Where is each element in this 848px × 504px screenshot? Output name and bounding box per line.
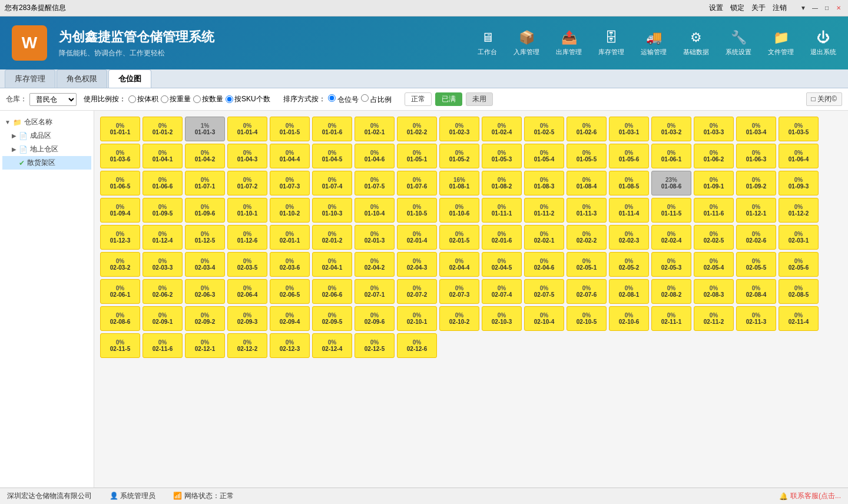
- slot-01-06-4[interactable]: 0%01-06-4: [779, 144, 819, 168]
- logout-action[interactable]: 注销: [773, 3, 787, 13]
- slot-01-11-4[interactable]: 0%01-11-4: [609, 198, 649, 223]
- nav-workbench[interactable]: 🖥 工作台: [478, 30, 497, 57]
- slot-02-07-2[interactable]: 0%02-07-2: [397, 279, 437, 304]
- slot-02-09-1[interactable]: 0%02-09-1: [143, 306, 183, 331]
- slot-01-06-5[interactable]: 0%01-06-5: [100, 171, 140, 195]
- slot-01-11-3[interactable]: 0%01-11-3: [567, 198, 607, 223]
- slot-02-05-2[interactable]: 0%02-05-2: [609, 252, 649, 277]
- slot-02-02-1[interactable]: 0%02-02-1: [524, 225, 564, 250]
- slot-01-12-2[interactable]: 0%01-12-2: [779, 198, 819, 223]
- slot-01-11-2[interactable]: 0%01-11-2: [524, 198, 564, 223]
- slot-01-08-6[interactable]: 23%01-08-6: [651, 171, 691, 195]
- slot-01-05-1[interactable]: 0%01-05-1: [397, 144, 437, 168]
- slot-01-01-5[interactable]: 0%01-01-5: [270, 117, 310, 141]
- slot-02-08-5[interactable]: 0%02-08-5: [779, 279, 819, 304]
- window-minimize-btn[interactable]: —: [810, 4, 820, 13]
- slot-02-02-4[interactable]: 0%02-02-4: [651, 225, 691, 250]
- slot-02-04-4[interactable]: 0%02-04-4: [439, 252, 479, 277]
- window-dropdown-btn[interactable]: ▼: [799, 4, 808, 13]
- slot-01-01-4[interactable]: 0%01-01-4: [227, 117, 267, 141]
- slot-01-05-6[interactable]: 0%01-05-6: [609, 144, 649, 168]
- slot-01-12-1[interactable]: 0%01-12-1: [736, 198, 776, 223]
- slot-02-07-3[interactable]: 0%02-07-3: [439, 279, 479, 304]
- slot-02-11-6[interactable]: 0%02-11-6: [143, 333, 183, 358]
- slot-02-04-2[interactable]: 0%02-04-2: [355, 252, 395, 277]
- ratio-weight[interactable]: 按重量: [161, 94, 191, 104]
- slot-02-09-2[interactable]: 0%02-09-2: [185, 306, 225, 331]
- tree-finished-goods[interactable]: ▶ 📄 成品区: [2, 129, 91, 142]
- slot-02-05-3[interactable]: 0%02-05-3: [651, 252, 691, 277]
- slot-02-04-6[interactable]: 0%02-04-6: [524, 252, 564, 277]
- ratio-sku[interactable]: 按SKU个数: [226, 94, 270, 104]
- slot-01-09-4[interactable]: 0%01-09-4: [100, 198, 140, 223]
- slot-02-01-6[interactable]: 0%02-01-6: [482, 225, 522, 250]
- slot-01-07-1[interactable]: 0%01-07-1: [185, 171, 225, 195]
- slot-01-06-1[interactable]: 0%01-06-1: [651, 144, 691, 168]
- slot-01-08-1[interactable]: 16%01-08-1: [439, 171, 479, 195]
- slot-02-02-6[interactable]: 0%02-02-6: [736, 225, 776, 250]
- slot-01-03-1[interactable]: 0%01-03-1: [609, 117, 649, 141]
- slot-02-01-5[interactable]: 0%02-01-5: [439, 225, 479, 250]
- slot-01-11-1[interactable]: 0%01-11-1: [482, 198, 522, 223]
- slot-02-02-3[interactable]: 0%02-02-3: [609, 225, 649, 250]
- slot-02-11-5[interactable]: 0%02-11-5: [100, 333, 140, 358]
- nav-file-mgmt[interactable]: 📁 文件管理: [768, 30, 794, 57]
- slot-02-06-2[interactable]: 0%02-06-2: [143, 279, 183, 304]
- slot-02-01-3[interactable]: 0%02-01-3: [355, 225, 395, 250]
- support-link[interactable]: 🔔 联系客服(点击...: [779, 491, 841, 501]
- window-close-btn[interactable]: ✕: [834, 4, 843, 13]
- slot-01-10-2[interactable]: 0%01-10-2: [270, 198, 310, 223]
- slot-02-08-3[interactable]: 0%02-08-3: [694, 279, 734, 304]
- slot-02-05-5[interactable]: 0%02-05-5: [736, 252, 776, 277]
- slot-02-10-4[interactable]: 0%02-10-4: [524, 306, 564, 331]
- slot-01-01-6[interactable]: 0%01-01-6: [312, 117, 352, 141]
- slot-02-06-4[interactable]: 0%02-06-4: [227, 279, 267, 304]
- slot-02-11-4[interactable]: 0%02-11-4: [779, 306, 819, 331]
- slot-01-02-4[interactable]: 0%01-02-4: [482, 117, 522, 141]
- slot-02-10-1[interactable]: 0%02-10-1: [397, 306, 437, 331]
- slot-01-12-5[interactable]: 0%01-12-5: [185, 225, 225, 250]
- slot-01-01-2[interactable]: 0%01-01-2: [143, 117, 183, 141]
- settings-action[interactable]: 设置: [709, 3, 723, 13]
- slot-01-09-6[interactable]: 0%01-09-6: [185, 198, 225, 223]
- about-action[interactable]: 关于: [751, 3, 766, 13]
- tree-above-ground[interactable]: ▶ 📄 地上仓区: [2, 142, 91, 156]
- slot-01-03-4[interactable]: 0%01-03-4: [736, 117, 776, 141]
- legend-full[interactable]: 已满: [435, 92, 462, 106]
- slot-02-03-1[interactable]: 0%02-03-1: [779, 225, 819, 250]
- slot-02-07-6[interactable]: 0%02-07-6: [567, 279, 607, 304]
- slot-02-10-6[interactable]: 0%02-10-6: [609, 306, 649, 331]
- slot-02-03-2[interactable]: 0%02-03-2: [100, 252, 140, 277]
- slot-01-02-5[interactable]: 0%01-02-5: [524, 117, 564, 141]
- slot-02-08-2[interactable]: 0%02-08-2: [651, 279, 691, 304]
- slot-01-08-3[interactable]: 0%01-08-3: [524, 171, 564, 195]
- tab-warehouse-map[interactable]: 仓位图: [108, 69, 151, 88]
- slot-01-06-3[interactable]: 0%01-06-3: [736, 144, 776, 168]
- slot-01-03-3[interactable]: 0%01-03-3: [694, 117, 734, 141]
- slot-02-04-1[interactable]: 0%02-04-1: [312, 252, 352, 277]
- slot-02-03-3[interactable]: 0%02-03-3: [143, 252, 183, 277]
- slot-02-12-1[interactable]: 0%02-12-1: [185, 333, 225, 358]
- slot-01-02-1[interactable]: 0%01-02-1: [355, 117, 395, 141]
- slot-01-04-4[interactable]: 0%01-04-4: [270, 144, 310, 168]
- slot-02-01-4[interactable]: 0%02-01-4: [397, 225, 437, 250]
- slot-01-04-2[interactable]: 0%01-04-2: [185, 144, 225, 168]
- slot-01-06-2[interactable]: 0%01-06-2: [694, 144, 734, 168]
- slot-02-05-1[interactable]: 0%02-05-1: [567, 252, 607, 277]
- slot-02-09-5[interactable]: 0%02-09-5: [312, 306, 352, 331]
- slot-02-06-3[interactable]: 0%02-06-3: [185, 279, 225, 304]
- slot-01-12-6[interactable]: 0%01-12-6: [227, 225, 267, 250]
- slot-02-10-5[interactable]: 0%02-10-5: [567, 306, 607, 331]
- slot-01-08-2[interactable]: 0%01-08-2: [482, 171, 522, 195]
- slot-01-05-5[interactable]: 0%01-05-5: [567, 144, 607, 168]
- slot-01-06-6[interactable]: 0%01-06-6: [143, 171, 183, 195]
- slot-01-03-5[interactable]: 0%01-03-5: [779, 117, 819, 141]
- slot-02-10-3[interactable]: 0%02-10-3: [482, 306, 522, 331]
- slot-01-10-4[interactable]: 0%01-10-4: [355, 198, 395, 223]
- slot-01-05-3[interactable]: 0%01-05-3: [482, 144, 522, 168]
- slot-01-07-3[interactable]: 0%01-07-3: [270, 171, 310, 195]
- slot-02-06-6[interactable]: 0%02-06-6: [312, 279, 352, 304]
- slot-02-06-5[interactable]: 0%02-06-5: [270, 279, 310, 304]
- slot-02-12-2[interactable]: 0%02-12-2: [227, 333, 267, 358]
- nav-outbound[interactable]: 📤 出库管理: [556, 30, 582, 57]
